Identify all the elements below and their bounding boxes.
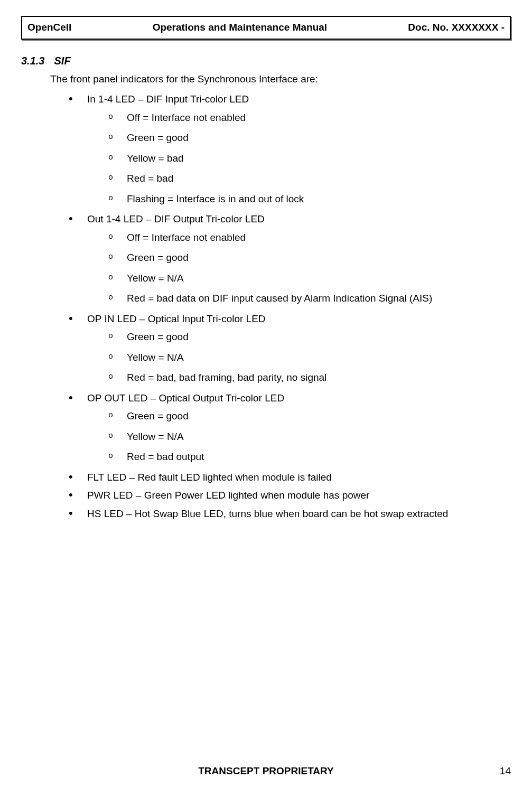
list-item: Red = bad output: [108, 449, 511, 465]
section-intro: The front panel indicators for the Synch…: [50, 72, 511, 87]
list-item: Flashing = Interface is in and out of lo…: [108, 192, 511, 207]
list-item: Yellow = bad: [108, 151, 511, 166]
list-item: Out 1-4 LED – DIF Output Tri-color LED O…: [69, 212, 511, 306]
bullet-list-level2: Green = good Yellow = N/A Red = bad, bad…: [108, 330, 511, 386]
list-item: HS LED – Hot Swap Blue LED, turns blue w…: [69, 507, 511, 522]
bullet-list-level2: Green = good Yellow = N/A Red = bad outp…: [108, 409, 511, 465]
list-item: Red = bad data on DIF input caused by Al…: [108, 291, 511, 306]
list-item-text: OP OUT LED – Optical Output Tri-color LE…: [87, 392, 284, 404]
page-header: OpenCell Operations and Maintenance Manu…: [21, 16, 511, 40]
bullet-list-level2: Off = Interface not enabled Green = good…: [108, 110, 511, 207]
list-item: In 1-4 LED – DIF Input Tri-color LED Off…: [69, 92, 511, 207]
list-item: Off = Interface not enabled: [108, 230, 511, 246]
list-item: Yellow = N/A: [108, 271, 511, 286]
header-left: OpenCell: [27, 20, 71, 35]
list-item: OP OUT LED – Optical Output Tri-color LE…: [69, 391, 511, 465]
header-right: Doc. No. XXXXXXX -: [408, 20, 505, 35]
section-number: 3.1.3: [21, 55, 44, 67]
footer-center: TRANSCEPT PROPRIETARY: [198, 764, 334, 779]
list-item-text: In 1-4 LED – DIF Input Tri-color LED: [87, 93, 249, 105]
list-item: Off = Interface not enabled: [108, 110, 511, 126]
list-item: Green = good: [108, 250, 511, 266]
list-item: Green = good: [108, 130, 511, 146]
section-title: SIF: [54, 55, 70, 67]
list-item-text: OP IN LED – Optical Input Tri-color LED: [87, 313, 266, 324]
document-page: OpenCell Operations and Maintenance Manu…: [0, 0, 532, 797]
page-footer: TRANSCEPT PROPRIETARY 14: [21, 764, 511, 779]
list-item: Red = bad: [108, 171, 511, 186]
list-item: FLT LED – Red fault LED lighted when mod…: [69, 470, 511, 485]
list-item: Green = good: [108, 409, 511, 424]
list-item-text: Out 1-4 LED – DIF Output Tri-color LED: [87, 213, 265, 224]
list-item: OP IN LED – Optical Input Tri-color LED …: [69, 312, 511, 386]
bullet-list-level1: In 1-4 LED – DIF Input Tri-color LED Off…: [69, 92, 511, 521]
page-number: 14: [500, 764, 511, 779]
header-center: Operations and Maintenance Manual: [71, 20, 408, 35]
section-heading: 3.1.3SIF: [21, 53, 511, 69]
list-item: PWR LED – Green Power LED lighted when m…: [69, 488, 511, 503]
list-item: Yellow = N/A: [108, 350, 511, 365]
list-item: Red = bad, bad framing, bad parity, no s…: [108, 370, 511, 386]
list-item: Yellow = N/A: [108, 429, 511, 445]
list-item: Green = good: [108, 330, 511, 345]
bullet-list-level2: Off = Interface not enabled Green = good…: [108, 230, 511, 306]
